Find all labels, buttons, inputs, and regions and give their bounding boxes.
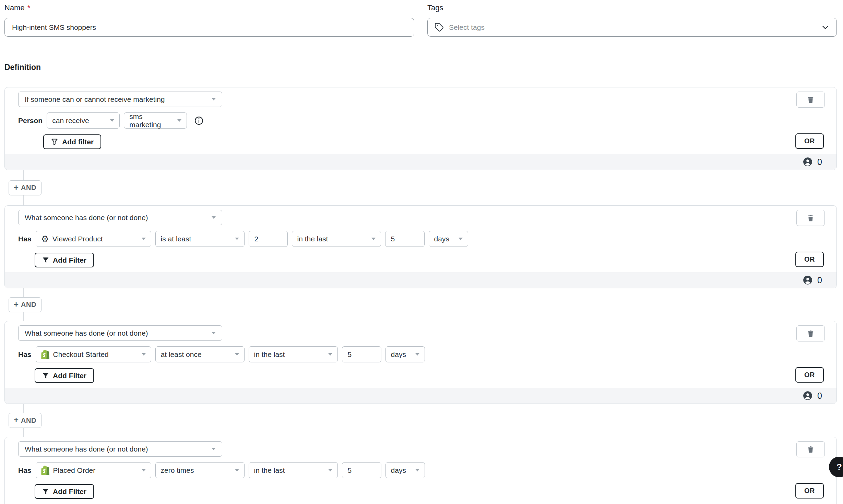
add-filter-button[interactable]: Add Filter (35, 253, 94, 267)
add-filter-button[interactable]: Add Filter (35, 368, 94, 383)
window-unit-value: days (434, 235, 450, 243)
add-and-condition-button[interactable]: + AND (9, 413, 41, 428)
operator-select[interactable]: at least once (155, 346, 245, 362)
caret-down-icon (328, 469, 332, 471)
caret-down-icon (142, 238, 146, 240)
add-filter-label: Add filter (62, 138, 94, 146)
add-filter-label: Add Filter (53, 488, 86, 496)
caret-down-icon (235, 469, 239, 471)
name-label: Name * (4, 3, 414, 13)
trash-icon (807, 214, 815, 222)
condition-block-body: What someone has done (or not done) Has … (5, 437, 836, 504)
caret-down-icon (212, 332, 216, 334)
chevron-down-icon (821, 23, 830, 32)
tags-field-group: Tags Select tags (427, 3, 837, 37)
trash-icon (807, 329, 815, 337)
quantity-input[interactable] (249, 231, 288, 247)
caret-down-icon (415, 469, 419, 471)
caret-down-icon (235, 353, 239, 356)
window-unit-select[interactable]: days (385, 462, 425, 478)
operator-select[interactable]: is at least (155, 231, 245, 247)
caret-down-icon (142, 469, 146, 471)
segment-editor: Name * Tags Select tags (0, 0, 843, 504)
add-and-condition-button[interactable]: + AND (9, 297, 41, 312)
profile-count: 0 (817, 157, 822, 167)
condition-block-consent: If someone can or cannot receive marketi… (4, 87, 837, 170)
condition-type-value: What someone has done (or not done) (25, 329, 148, 337)
tag-icon (435, 23, 444, 32)
condition-block-body: If someone can or cannot receive marketi… (5, 87, 836, 154)
row-label: Person (18, 117, 43, 125)
consent-channel-value: sms marketing (129, 112, 169, 129)
caret-down-icon (142, 353, 146, 356)
condition-type-select[interactable]: What someone has done (or not done) (18, 441, 222, 457)
delete-condition-button[interactable] (796, 441, 825, 457)
or-button[interactable]: OR (795, 483, 824, 499)
consent-verb-value: can receive (52, 117, 102, 125)
or-button[interactable]: OR (795, 133, 824, 149)
trash-icon (807, 96, 815, 104)
and-connector: + AND (4, 170, 837, 205)
and-connector: + AND (4, 404, 837, 437)
condition-type-select[interactable]: What someone has done (or not done) (18, 210, 222, 225)
consent-verb-select[interactable]: can receive (47, 112, 120, 129)
condition-block-viewed-product: What someone has done (or not done) Has … (4, 205, 837, 288)
window-value-input[interactable] (385, 231, 425, 247)
metric-select[interactable]: Placed Order (36, 462, 151, 478)
caret-down-icon (177, 119, 181, 122)
condition-type-value: If someone can or cannot receive marketi… (25, 95, 165, 104)
condition-type-select[interactable]: If someone can or cannot receive marketi… (18, 92, 222, 107)
filter-icon (51, 138, 58, 146)
add-and-condition-button[interactable]: + AND (9, 180, 41, 195)
condition-block-checkout-started: What someone has done (or not done) Has … (4, 321, 837, 404)
add-filter-button[interactable]: Add Filter (35, 484, 94, 499)
metric-row: Has ⚙ Viewed Product is at least in the … (18, 231, 836, 247)
caret-down-icon (328, 353, 332, 356)
window-value-input[interactable] (342, 346, 381, 362)
required-asterisk: * (27, 3, 31, 13)
caret-down-icon (459, 238, 463, 240)
consent-channel-select[interactable]: sms marketing (124, 112, 187, 129)
delete-condition-button[interactable] (796, 92, 825, 108)
or-button[interactable]: OR (795, 367, 824, 383)
profiles-icon (803, 391, 812, 400)
window-unit-select[interactable]: days (429, 231, 468, 247)
metric-row: Has Placed Order zero times (18, 462, 836, 478)
window-unit-value: days (391, 350, 407, 359)
timeframe-select[interactable]: in the last (249, 346, 338, 362)
top-fields: Name * Tags Select tags (4, 3, 837, 37)
operator-select[interactable]: zero times (155, 462, 245, 478)
window-unit-value: days (391, 466, 407, 475)
timeframe-select[interactable]: in the last (292, 231, 381, 247)
metric-value: Checkout Started (53, 350, 133, 359)
row-label: Has (18, 350, 32, 359)
profile-count-bar: 0 (5, 388, 836, 404)
condition-type-select[interactable]: What someone has done (or not done) (18, 325, 222, 341)
metric-select[interactable]: ⚙ Viewed Product (36, 231, 151, 247)
profile-count-bar: 0 (5, 154, 836, 170)
delete-condition-button[interactable] (796, 325, 825, 341)
caret-down-icon (212, 448, 216, 450)
caret-down-icon (371, 238, 376, 240)
tags-label: Tags (427, 3, 837, 13)
timeframe-select[interactable]: in the last (249, 462, 338, 478)
delete-condition-button[interactable] (796, 210, 825, 226)
name-input[interactable] (4, 18, 414, 37)
window-unit-select[interactable]: days (385, 346, 425, 362)
and-label: AND (21, 417, 36, 424)
add-filter-button[interactable]: Add filter (43, 134, 101, 149)
definition-heading: Definition (4, 63, 837, 72)
condition-block-placed-order: What someone has done (or not done) Has … (4, 437, 837, 504)
metric-select[interactable]: Checkout Started (36, 346, 151, 362)
tags-select[interactable]: Select tags (427, 18, 837, 37)
name-field-group: Name * (4, 3, 414, 37)
row-label: Has (18, 235, 32, 243)
info-icon[interactable] (194, 116, 203, 125)
filter-icon (42, 372, 49, 379)
or-button[interactable]: OR (795, 252, 824, 267)
window-value-input[interactable] (342, 462, 381, 478)
consent-row: Person can receive sms marketing (18, 112, 836, 129)
caret-down-icon (415, 353, 419, 356)
tags-placeholder: Select tags (449, 23, 816, 32)
operator-value: is at least (161, 235, 227, 243)
